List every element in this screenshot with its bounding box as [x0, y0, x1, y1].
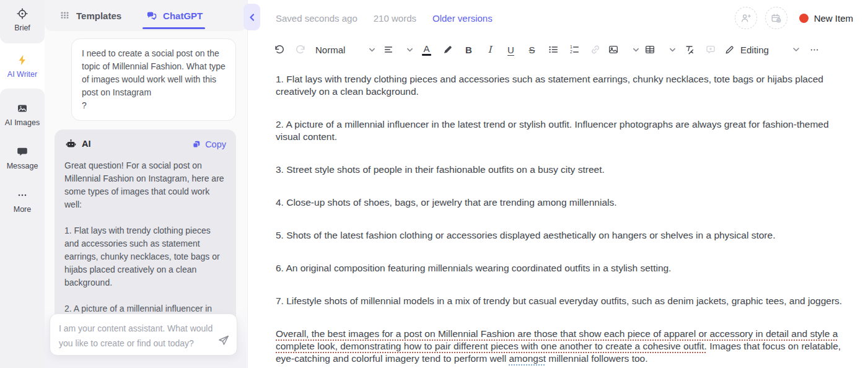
sidebar-item-more[interactable]: More — [14, 189, 31, 214]
highlighter-pen-icon — [442, 44, 454, 55]
mode-value: Editing — [740, 45, 769, 55]
chevron-down-icon — [406, 46, 414, 54]
insert-table-icon — [644, 44, 655, 55]
collapse-panel-button[interactable] — [243, 4, 260, 30]
tab-label: ChatGPT — [163, 11, 203, 21]
strikethrough-button[interactable]: S — [524, 41, 540, 58]
schedule-button[interactable] — [765, 7, 787, 29]
sidebar-item-label: Brief — [14, 24, 30, 32]
sidebar-item-label: Message — [7, 162, 38, 170]
align-left-icon — [383, 44, 394, 55]
redo-button[interactable] — [292, 41, 309, 58]
tab-chatgpt[interactable]: ChatGPT — [145, 0, 203, 31]
sidebar-item-message[interactable]: Message — [7, 146, 38, 170]
chevron-left-icon — [248, 13, 256, 22]
sidebar-item-ai-writer[interactable]: AI Writer — [7, 54, 37, 79]
chevron-down-icon — [792, 45, 800, 54]
pencil-icon — [724, 45, 735, 55]
bold-button[interactable]: B — [460, 41, 477, 58]
align-select[interactable] — [383, 41, 414, 58]
send-button[interactable] — [217, 334, 230, 346]
underline-button[interactable]: U — [502, 41, 519, 58]
redo-icon — [295, 44, 306, 55]
status-new-item[interactable]: New Item — [799, 13, 853, 24]
doc-paragraph[interactable]: 7. Lifestyle shots of millennial models … — [276, 295, 844, 307]
bullet-list-button[interactable] — [545, 41, 561, 58]
text-color-icon: A — [422, 44, 431, 56]
send-icon — [217, 334, 230, 346]
doc-paragraph[interactable]: 4. Close-up shots of shoes, bags, or jew… — [276, 196, 844, 209]
doc-paragraph[interactable]: 6. An original composition featuring mil… — [276, 262, 844, 274]
doc-text: 5. Shots of the latest fashion clothing … — [276, 230, 775, 240]
doc-text: 2. A picture of a millennial influencer … — [276, 119, 829, 142]
doc-text: millennial followers too. — [546, 353, 648, 364]
sidebar-group-bottom: AI Images Message More — [0, 89, 45, 368]
doc-paragraph[interactable]: Overall, the best images for a post on M… — [276, 328, 844, 365]
ai-message-body: Great question! For a social post on Mil… — [64, 159, 226, 328]
sidebar-item-label: More — [14, 205, 31, 214]
text-color-button[interactable]: A — [418, 41, 435, 58]
insert-image-icon — [608, 44, 619, 55]
link-button[interactable] — [587, 41, 603, 58]
chat-input-container — [50, 313, 237, 356]
chevron-down-icon — [368, 46, 376, 54]
more-options-button[interactable] — [806, 41, 823, 58]
undo-icon — [274, 44, 285, 55]
doc-paragraph[interactable]: 5. Shots of the latest fashion clothing … — [276, 229, 844, 242]
sidebar-item-label: AI Images — [5, 118, 40, 127]
sidebar-item-ai-images[interactable]: AI Images — [5, 102, 40, 127]
document-editor[interactable]: 1. Flat lays with trendy clothing pieces… — [276, 73, 844, 365]
mode-select[interactable]: Editing — [723, 41, 802, 58]
doc-paragraph[interactable]: 1. Flat lays with trendy clothing pieces… — [276, 73, 844, 98]
red-status-dot-icon — [799, 14, 809, 23]
sidebar-group-top: Brief — [0, 0, 45, 43]
doc-paragraph[interactable]: 3. Street style shots of people in their… — [276, 164, 844, 176]
sidebar-item-label: AI Writer — [7, 70, 37, 79]
copy-button[interactable]: Copy — [191, 139, 226, 149]
paragraph-style-select[interactable]: Normal — [313, 41, 379, 58]
spellcheck-blue-text: amongst — [509, 353, 546, 364]
ai-sender-label: AI — [82, 138, 91, 151]
bold-icon: B — [465, 45, 472, 55]
editor-area: Saved seconds ago 210 words Older versio… — [248, 0, 868, 368]
older-versions-link[interactable]: Older versions — [432, 13, 493, 24]
word-count: 210 words — [374, 13, 416, 24]
editor-toolbar: Normal A — [248, 36, 868, 63]
insert-image-select[interactable] — [608, 41, 640, 58]
doc-text: 4. Close-up shots of shoes, bags, or jew… — [276, 197, 617, 208]
italic-button[interactable]: I — [481, 41, 498, 58]
lightning-icon — [16, 54, 28, 66]
ai-message-header: AI Copy — [64, 138, 226, 151]
undo-button[interactable] — [271, 41, 287, 58]
doc-paragraph[interactable]: 2. A picture of a millennial influencer … — [276, 118, 844, 143]
link-icon — [590, 44, 601, 55]
italic-icon: I — [488, 44, 492, 55]
chat-bubble-icon — [16, 146, 28, 158]
ai-paragraph: 1. Flat lays with trendy clothing pieces… — [64, 224, 226, 289]
ordered-list-button[interactable]: 1 2 — [566, 41, 582, 58]
sidebar: Brief AI Writer AI Images — [0, 0, 45, 368]
comment-add-icon — [705, 44, 716, 55]
tab-templates[interactable]: Templates — [58, 0, 121, 31]
clear-format-icon — [684, 44, 695, 55]
grid-icon — [58, 9, 71, 22]
chevron-down-icon — [632, 46, 640, 54]
save-status: Saved seconds ago — [276, 13, 357, 24]
bullet-list-icon — [548, 44, 559, 55]
copy-icon — [191, 139, 201, 149]
assign-user-button[interactable] — [735, 7, 757, 29]
new-item-label: New Item — [814, 13, 853, 24]
underline-icon: U — [507, 45, 514, 55]
doc-text: 6. An original composition featuring mil… — [276, 263, 671, 273]
sidebar-item-brief[interactable]: Brief — [14, 7, 30, 32]
schedule-icon — [770, 12, 782, 24]
svg-text:2: 2 — [569, 50, 572, 54]
clear-format-button[interactable] — [681, 41, 698, 58]
ellipsis-icon — [16, 189, 28, 201]
insert-table-select[interactable] — [644, 41, 677, 58]
image-icon — [16, 102, 28, 115]
comment-button[interactable] — [702, 41, 719, 58]
person-add-icon — [740, 12, 752, 24]
highlight-button[interactable] — [439, 41, 456, 58]
chat-input[interactable] — [50, 314, 237, 353]
